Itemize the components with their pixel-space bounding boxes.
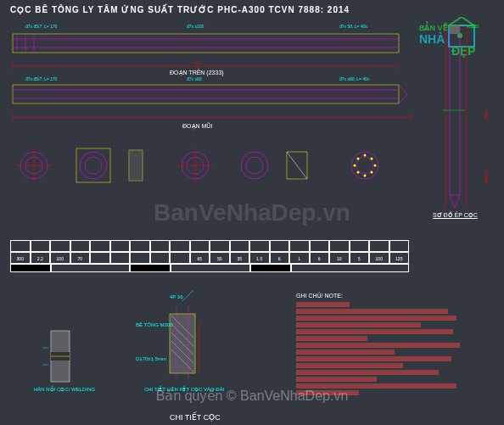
svg-point-49 xyxy=(371,158,373,160)
svg-point-48 xyxy=(357,171,360,174)
label-so-do: SƠ ĐỒ ÉP CỌC xyxy=(433,212,478,219)
label-4p16: 4P 16 xyxy=(170,294,183,299)
svg-point-39 xyxy=(246,157,263,174)
dim-4000: 4000 xyxy=(484,110,489,120)
spec-label-2: đ7x x100 xyxy=(187,24,204,29)
notes-title: GHI CHÚ/ NOTE: xyxy=(296,293,474,299)
svg-point-50 xyxy=(357,158,360,160)
svg-point-38 xyxy=(241,152,268,179)
spec-label-3: đ7x 50, L= 40x xyxy=(339,24,367,29)
label-doan-mui: ĐOẠN MŨI xyxy=(182,123,212,130)
label-be-tong: BÊ TÔNG M300 xyxy=(136,322,173,327)
table-data-row: 3002.2100706550351.5616105100125 xyxy=(10,252,409,264)
svg-point-46 xyxy=(364,154,367,157)
spec-table: 3002.2100706550351.5616105100125 xyxy=(10,240,409,272)
copyright: Bản quyền © BanVeNhaDep.vn xyxy=(156,388,349,404)
svg-rect-15 xyxy=(13,85,399,103)
notes-block: GHI CHÚ/ NOTE: xyxy=(296,293,474,397)
dim-l2: L2 xyxy=(195,60,200,65)
dim-800: TN:800 xyxy=(484,170,489,183)
spec-label-4: đ7x đ5/7, L= 170 xyxy=(25,76,57,81)
svg-point-30 xyxy=(85,157,102,174)
th xyxy=(10,240,31,252)
svg-point-44 xyxy=(354,165,356,167)
dim-top: +3200 xyxy=(467,24,479,29)
svg-point-47 xyxy=(371,171,373,174)
table-header-row xyxy=(10,240,409,252)
bottom-title: CHI TIẾT CỌC xyxy=(170,413,221,422)
svg-point-43 xyxy=(374,165,377,167)
svg-rect-2 xyxy=(13,34,399,53)
svg-point-45 xyxy=(364,175,367,177)
spec-label-6: đ7x x60, L= 40x xyxy=(339,76,369,81)
label-d170: D170±1.5mm xyxy=(136,356,166,361)
svg-line-73 xyxy=(182,290,193,301)
label-han-noi: HÀN NỐI CỌC/ WELDING xyxy=(34,386,95,392)
svg-point-29 xyxy=(80,152,107,179)
label-doan-tren: ĐOẠN TRÊN (2333) xyxy=(170,70,224,76)
svg-rect-31 xyxy=(76,148,110,182)
svg-rect-33 xyxy=(129,150,143,181)
spec-label-5: đ7x x60 xyxy=(187,76,202,81)
svg-line-40 xyxy=(287,152,307,179)
spec-label-1: đ7x đ5/7, L= 170 xyxy=(25,24,57,29)
table-bar-row xyxy=(10,264,409,272)
svg-rect-52 xyxy=(450,25,460,34)
